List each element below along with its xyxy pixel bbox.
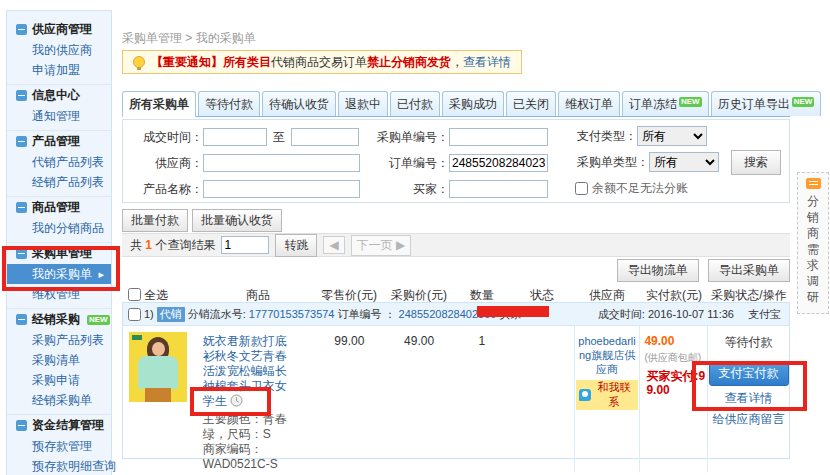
supplier-contact-badge[interactable]: 和我联系 bbox=[576, 380, 639, 410]
order-tabs: 所有采购单 等待付款 待确认收货 退款中 已付款 采购成功 已关闭 维权订单 订… bbox=[122, 91, 790, 117]
sidebar-section-title: 供应商管理 bbox=[32, 21, 92, 38]
message-supplier-link[interactable]: 给供应商留言 bbox=[708, 411, 789, 428]
brand-logo bbox=[132, 335, 142, 340]
sidebar-item-purchase-product-list[interactable]: 采购产品列表 bbox=[7, 330, 111, 350]
filter-panel: 成交时间： 至 采购单编号： 支付类型： 所有 供应商： 订单编号： 采购单类型… bbox=[122, 119, 790, 203]
distributor-survey-floater[interactable]: 分销商需求调研 bbox=[797, 172, 829, 314]
collapse-icon bbox=[16, 314, 27, 325]
select-all-checkbox[interactable] bbox=[128, 288, 141, 301]
export-po-button[interactable]: 导出采购单 bbox=[708, 259, 790, 282]
tab-label: 已关闭 bbox=[513, 97, 549, 111]
sidebar-header-product-mgmt[interactable]: 产品管理 bbox=[7, 131, 111, 152]
pay-type-label: 支付类型： bbox=[571, 128, 637, 145]
sidebar-section-dealer-purchase: 经销采购 NEW 采购产品列表 采购清单 采购申请 经销采购单 bbox=[7, 308, 111, 414]
tab-label: 历史订单导出 bbox=[718, 97, 790, 111]
sidebar-item-deposit-detail-query[interactable]: 预存款明细查询 bbox=[7, 456, 111, 475]
tab-all-orders[interactable]: 所有采购单 bbox=[122, 91, 196, 117]
sidebar-item-apply-join[interactable]: 申请加盟 bbox=[7, 60, 111, 80]
product-name-input[interactable] bbox=[203, 180, 360, 198]
model-face bbox=[152, 342, 165, 356]
tab-label: 等待付款 bbox=[205, 97, 253, 111]
order-number-label: 订单编号 ： bbox=[338, 307, 396, 322]
deal-time-to-input[interactable] bbox=[291, 128, 359, 146]
prev-page-button[interactable]: ◀ bbox=[323, 236, 344, 254]
sidebar-header-supplier-mgmt[interactable]: 供应商管理 bbox=[7, 19, 111, 40]
tab-paid[interactable]: 已付款 bbox=[390, 91, 440, 116]
product-title-link[interactable]: 妩衣君新款打底衫秋冬文艺青春活泼宽松蝙蝠长袖棉套头卫衣女学生 bbox=[203, 334, 287, 408]
breadcrumb-current: 我的采购单 bbox=[196, 31, 256, 45]
sidebar-item-my-distribution-goods[interactable]: 我的分销商品 bbox=[7, 218, 111, 238]
sidebar-item-consign-product-list[interactable]: 代销产品列表 bbox=[7, 152, 111, 172]
buyer-input[interactable] bbox=[449, 180, 548, 198]
product-name-label: 产品名称： bbox=[131, 181, 203, 198]
sidebar-header-fund-settlement[interactable]: 资金结算管理 bbox=[7, 415, 111, 436]
order-number-value: 2485520828402300 bbox=[399, 308, 497, 320]
collapse-icon bbox=[16, 202, 27, 213]
tab-label: 已付款 bbox=[397, 97, 433, 111]
batch-pay-button[interactable]: 批量付款 bbox=[122, 209, 188, 232]
po-number-label: 采购单编号： bbox=[369, 129, 449, 146]
sidebar-header-dealer-purchase[interactable]: 经销采购 NEW bbox=[7, 309, 111, 330]
breadcrumb-separator: > bbox=[185, 31, 192, 45]
search-button[interactable]: 搜索 bbox=[731, 150, 781, 175]
sidebar: 供应商管理 我的供应商 申请加盟 信息中心 通知管理 产品管理 代销产品列表 经… bbox=[6, 10, 112, 475]
order-header-right: 成交时间: 2016-10-07 11:36 支付宝 bbox=[598, 303, 781, 325]
sidebar-item-dealer-product-list[interactable]: 经销产品列表 bbox=[7, 172, 111, 192]
alipay-pay-button[interactable]: 支付宝付款 bbox=[709, 361, 789, 386]
view-detail-link[interactable]: 查看详情 bbox=[708, 390, 789, 407]
tab-label: 订单冻结 bbox=[629, 97, 677, 111]
supplier-link[interactable]: phoebedarling旗舰店供应商 bbox=[578, 335, 636, 375]
sidebar-item-rights-mgmt[interactable]: 维权管理 bbox=[7, 284, 111, 304]
merchant-code-label: 商家编码： bbox=[203, 442, 263, 456]
sidebar-item-purchase-apply[interactable]: 采购申请 bbox=[7, 370, 111, 390]
notice-detail-link[interactable]: 查看详情 bbox=[463, 55, 511, 69]
merchant-code-value: WAD0521C-S bbox=[203, 457, 278, 471]
breadcrumb-parent[interactable]: 采购单管理 bbox=[122, 31, 182, 45]
sidebar-item-notice-mgmt[interactable]: 通知管理 bbox=[7, 106, 111, 126]
tab-awaiting-receipt[interactable]: 待确认收货 bbox=[262, 91, 336, 116]
clock-icon bbox=[230, 394, 243, 407]
supplier-input[interactable] bbox=[203, 154, 360, 172]
sidebar-header-info-center[interactable]: 信息中心 bbox=[7, 85, 111, 106]
collapse-icon bbox=[16, 136, 27, 147]
sidebar-item-deposit-mgmt[interactable]: 预存款管理 bbox=[7, 436, 111, 456]
sidebar-header-po-mgmt[interactable]: 采购单管理 bbox=[7, 243, 111, 264]
next-page-button[interactable]: 下一页 ▶ bbox=[351, 235, 412, 256]
wangwang-icon bbox=[579, 389, 591, 401]
po-number-input[interactable] bbox=[449, 128, 548, 146]
sidebar-header-goods-mgmt[interactable]: 商品管理 bbox=[7, 197, 111, 218]
tab-history-export[interactable]: 历史订单导出NEW bbox=[711, 91, 822, 116]
tab-rights-orders[interactable]: 维权订单 bbox=[558, 91, 620, 116]
balance-insufficient-checkbox[interactable] bbox=[575, 182, 588, 195]
pay-type-select[interactable]: 所有 bbox=[637, 126, 707, 146]
sidebar-section-title: 商品管理 bbox=[32, 199, 80, 216]
order-number-input[interactable] bbox=[449, 154, 548, 172]
deal-time-from-input[interactable] bbox=[203, 128, 267, 146]
batch-confirm-receipt-button[interactable]: 批量确认收货 bbox=[192, 209, 282, 232]
tab-awaiting-payment[interactable]: 等待付款 bbox=[198, 91, 260, 116]
sidebar-item-my-purchase-orders[interactable]: 我的采购单 bbox=[7, 264, 111, 284]
product-attr-color-size: 主要颜色：青春绿，尺码：S bbox=[203, 412, 291, 442]
notice-forbidden: 禁止分销商发货 bbox=[367, 55, 451, 69]
tab-refunding[interactable]: 退款中 bbox=[338, 91, 388, 116]
tab-purchase-success[interactable]: 采购成功 bbox=[442, 91, 504, 116]
order-index: 1) bbox=[144, 308, 154, 320]
bulb-icon bbox=[133, 56, 145, 68]
product-image[interactable] bbox=[129, 332, 187, 402]
sidebar-section-title: 资金结算管理 bbox=[32, 417, 104, 434]
order-number-label: 订单编号： bbox=[369, 155, 449, 172]
sidebar-item-dealer-po[interactable]: 经销采购单 bbox=[7, 390, 111, 410]
sidebar-item-purchase-list[interactable]: 采购清单 bbox=[7, 350, 111, 370]
collapse-icon bbox=[16, 90, 27, 101]
collapse-icon bbox=[16, 24, 27, 35]
tab-frozen-orders[interactable]: 订单冻结NEW bbox=[622, 91, 709, 116]
sidebar-item-my-suppliers[interactable]: 我的供应商 bbox=[7, 40, 111, 60]
po-type-select[interactable]: 所有 bbox=[649, 152, 719, 172]
page-number-input[interactable] bbox=[221, 236, 269, 254]
tab-closed[interactable]: 已关闭 bbox=[506, 91, 556, 116]
export-logistics-button[interactable]: 导出物流单 bbox=[617, 259, 699, 282]
jump-button[interactable]: 转跳 bbox=[275, 234, 317, 257]
sidebar-section-goods-mgmt: 商品管理 我的分销商品 bbox=[7, 196, 111, 242]
order-checkbox[interactable] bbox=[128, 308, 141, 321]
buyer-label: 买家 bbox=[499, 307, 521, 322]
